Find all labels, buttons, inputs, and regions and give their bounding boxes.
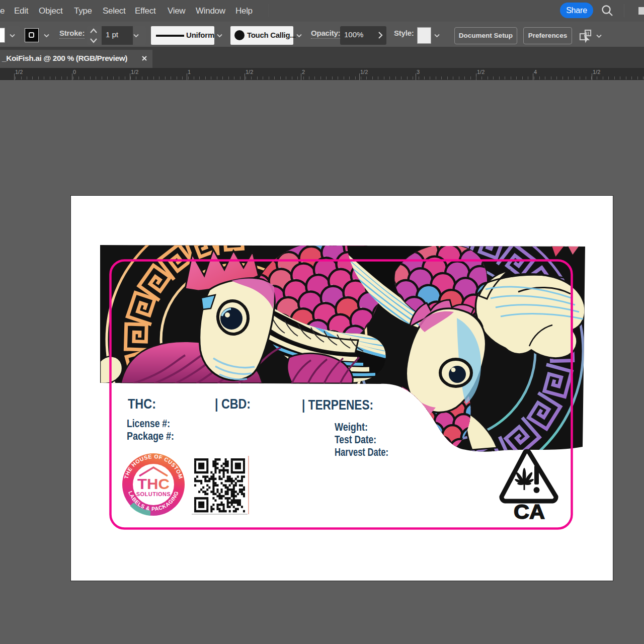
svg-text:Weight:: Weight: (335, 421, 368, 433)
svg-text:THC: THC (137, 475, 170, 492)
svg-text:SOLUTIONS: SOLUTIONS (136, 491, 171, 497)
svg-text:License #:: License #: (127, 417, 170, 430)
svg-text:Test Date:: Test Date: (335, 433, 376, 446)
svg-text:THC:: THC: (128, 396, 156, 412)
svg-text:Harvest Date:: Harvest Date: (335, 446, 388, 458)
svg-text:| CBD:: | CBD: (215, 396, 251, 412)
svg-text:CA: CA (514, 501, 545, 523)
svg-text:Package #:: Package #: (127, 430, 174, 442)
svg-text:| TERPENES:: | TERPENES: (302, 397, 373, 413)
